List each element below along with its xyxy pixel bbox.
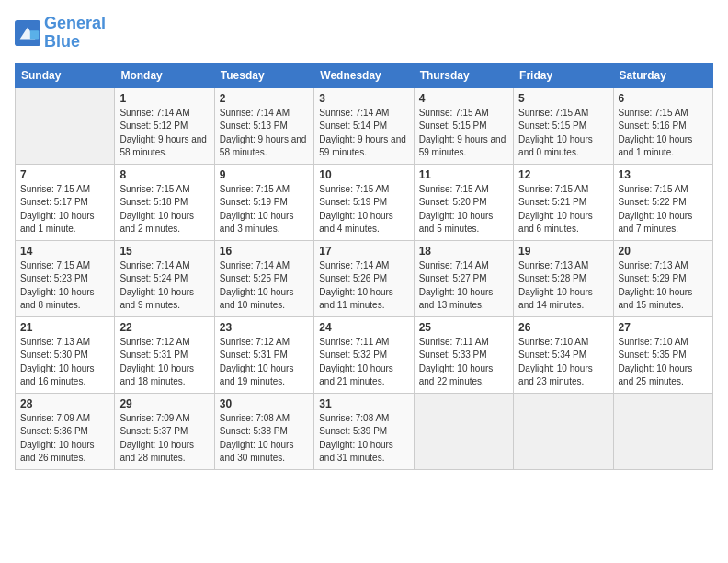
week-row-1: 1Sunrise: 7:14 AMSunset: 5:12 PMDaylight… [16,87,713,164]
day-info: Sunrise: 7:15 AMSunset: 5:19 PMDaylight:… [220,183,309,236]
day-number: 28 [20,397,109,410]
weekday-header-tuesday: Tuesday [214,63,313,87]
calendar-cell: 7Sunrise: 7:15 AMSunset: 5:17 PMDaylight… [16,164,115,240]
day-number: 10 [319,168,408,181]
day-info: Sunrise: 7:14 AMSunset: 5:14 PMDaylight:… [319,107,408,160]
calendar-cell: 1Sunrise: 7:14 AMSunset: 5:12 PMDaylight… [115,87,214,164]
day-info: Sunrise: 7:14 AMSunset: 5:13 PMDaylight:… [220,107,309,160]
calendar-cell: 13Sunrise: 7:15 AMSunset: 5:22 PMDayligh… [613,164,712,240]
day-number: 24 [319,321,408,334]
calendar-cell: 14Sunrise: 7:15 AMSunset: 5:23 PMDayligh… [16,240,115,316]
week-row-2: 7Sunrise: 7:15 AMSunset: 5:17 PMDaylight… [16,164,713,240]
day-info: Sunrise: 7:14 AMSunset: 5:26 PMDaylight:… [319,259,408,313]
day-info: Sunrise: 7:14 AMSunset: 5:27 PMDaylight:… [419,259,508,313]
calendar-cell: 6Sunrise: 7:15 AMSunset: 5:16 PMDaylight… [613,87,712,164]
calendar-cell [16,87,115,164]
weekday-header-wednesday: Wednesday [314,63,414,87]
weekday-header-saturday: Saturday [613,63,712,87]
calendar-cell: 21Sunrise: 7:13 AMSunset: 5:30 PMDayligh… [16,316,115,393]
calendar-cell: 20Sunrise: 7:13 AMSunset: 5:29 PMDayligh… [613,240,712,316]
day-info: Sunrise: 7:11 AMSunset: 5:33 PMDaylight:… [419,336,508,389]
day-number: 7 [20,168,109,181]
calendar-cell: 15Sunrise: 7:14 AMSunset: 5:24 PMDayligh… [115,240,214,316]
calendar-cell: 16Sunrise: 7:14 AMSunset: 5:25 PMDayligh… [214,240,313,316]
calendar-cell: 22Sunrise: 7:12 AMSunset: 5:31 PMDayligh… [115,316,214,393]
calendar-cell: 4Sunrise: 7:15 AMSunset: 5:15 PMDaylight… [414,87,513,164]
day-info: Sunrise: 7:15 AMSunset: 5:18 PMDaylight:… [119,183,209,236]
calendar-cell: 27Sunrise: 7:10 AMSunset: 5:35 PMDayligh… [613,316,712,393]
calendar-cell: 12Sunrise: 7:15 AMSunset: 5:21 PMDayligh… [514,164,613,240]
calendar-cell: 31Sunrise: 7:08 AMSunset: 5:39 PMDayligh… [314,393,414,469]
day-info: Sunrise: 7:15 AMSunset: 5:17 PMDaylight:… [20,183,109,236]
calendar-table: SundayMondayTuesdayWednesdayThursdayFrid… [15,63,713,470]
day-info: Sunrise: 7:11 AMSunset: 5:32 PMDaylight:… [319,336,408,389]
calendar-cell: 26Sunrise: 7:10 AMSunset: 5:34 PMDayligh… [514,316,613,393]
week-row-5: 28Sunrise: 7:09 AMSunset: 5:36 PMDayligh… [16,393,713,469]
svg-rect-2 [30,30,39,39]
day-number: 17 [319,245,408,258]
day-info: Sunrise: 7:15 AMSunset: 5:22 PMDaylight:… [619,183,708,236]
day-number: 8 [119,168,209,181]
day-number: 12 [518,168,608,181]
day-number: 20 [619,245,708,258]
calendar-cell: 18Sunrise: 7:14 AMSunset: 5:27 PMDayligh… [414,240,513,316]
weekday-header-monday: Monday [115,63,214,87]
calendar-cell: 23Sunrise: 7:12 AMSunset: 5:31 PMDayligh… [214,316,313,393]
day-info: Sunrise: 7:09 AMSunset: 5:36 PMDaylight:… [20,412,109,465]
day-info: Sunrise: 7:12 AMSunset: 5:31 PMDaylight:… [220,336,309,389]
calendar-cell: 5Sunrise: 7:15 AMSunset: 5:15 PMDaylight… [514,87,613,164]
day-number: 11 [419,168,508,181]
day-info: Sunrise: 7:14 AMSunset: 5:12 PMDaylight:… [119,107,209,160]
day-number: 21 [20,321,109,334]
day-info: Sunrise: 7:15 AMSunset: 5:15 PMDaylight:… [518,107,608,160]
day-number: 18 [419,245,508,258]
calendar-cell: 29Sunrise: 7:09 AMSunset: 5:37 PMDayligh… [115,393,214,469]
week-row-4: 21Sunrise: 7:13 AMSunset: 5:30 PMDayligh… [16,316,713,393]
logo: General Blue [15,15,106,52]
day-number: 26 [518,321,608,334]
weekday-header-sunday: Sunday [16,63,115,87]
day-number: 19 [518,245,608,258]
day-number: 5 [518,92,608,105]
day-number: 9 [220,168,309,181]
day-info: Sunrise: 7:15 AMSunset: 5:16 PMDaylight:… [619,107,708,160]
calendar-cell: 8Sunrise: 7:15 AMSunset: 5:18 PMDaylight… [115,164,214,240]
calendar-cell: 2Sunrise: 7:14 AMSunset: 5:13 PMDaylight… [214,87,313,164]
day-number: 16 [220,245,309,258]
weekday-header-thursday: Thursday [414,63,513,87]
day-info: Sunrise: 7:15 AMSunset: 5:21 PMDaylight:… [518,183,608,236]
day-info: Sunrise: 7:13 AMSunset: 5:28 PMDaylight:… [518,259,608,313]
calendar-cell [613,393,712,469]
day-info: Sunrise: 7:15 AMSunset: 5:15 PMDaylight:… [419,107,508,160]
day-number: 23 [220,321,309,334]
calendar-cell: 10Sunrise: 7:15 AMSunset: 5:19 PMDayligh… [314,164,414,240]
day-info: Sunrise: 7:15 AMSunset: 5:20 PMDaylight:… [419,183,508,236]
day-number: 25 [419,321,508,334]
calendar-cell: 9Sunrise: 7:15 AMSunset: 5:19 PMDaylight… [214,164,313,240]
calendar-cell: 11Sunrise: 7:15 AMSunset: 5:20 PMDayligh… [414,164,513,240]
logo-text: General Blue [44,15,106,52]
day-number: 29 [119,397,209,410]
day-info: Sunrise: 7:10 AMSunset: 5:35 PMDaylight:… [619,336,708,389]
day-info: Sunrise: 7:10 AMSunset: 5:34 PMDaylight:… [518,336,608,389]
calendar-cell: 25Sunrise: 7:11 AMSunset: 5:33 PMDayligh… [414,316,513,393]
calendar-cell: 19Sunrise: 7:13 AMSunset: 5:28 PMDayligh… [514,240,613,316]
day-number: 6 [619,92,708,105]
calendar-cell: 17Sunrise: 7:14 AMSunset: 5:26 PMDayligh… [314,240,414,316]
calendar-cell [514,393,613,469]
day-number: 4 [419,92,508,105]
day-number: 15 [119,245,209,258]
logo-icon [15,20,40,46]
day-info: Sunrise: 7:14 AMSunset: 5:25 PMDaylight:… [220,259,309,313]
weekday-header-row: SundayMondayTuesdayWednesdayThursdayFrid… [16,63,713,87]
day-number: 1 [119,92,209,105]
day-info: Sunrise: 7:08 AMSunset: 5:39 PMDaylight:… [319,412,408,465]
calendar-cell: 3Sunrise: 7:14 AMSunset: 5:14 PMDaylight… [314,87,414,164]
calendar-cell: 28Sunrise: 7:09 AMSunset: 5:36 PMDayligh… [16,393,115,469]
day-number: 14 [20,245,109,258]
day-info: Sunrise: 7:15 AMSunset: 5:23 PMDaylight:… [20,259,109,313]
day-number: 2 [220,92,309,105]
day-info: Sunrise: 7:12 AMSunset: 5:31 PMDaylight:… [119,336,209,389]
day-info: Sunrise: 7:13 AMSunset: 5:29 PMDaylight:… [619,259,708,313]
day-info: Sunrise: 7:13 AMSunset: 5:30 PMDaylight:… [20,336,109,389]
